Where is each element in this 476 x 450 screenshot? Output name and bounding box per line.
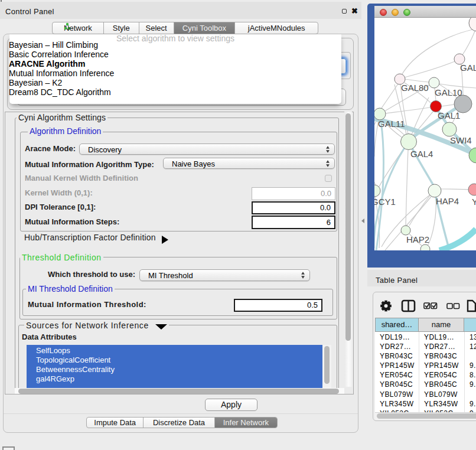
svg-text:SWI4: SWI4 bbox=[450, 135, 472, 145]
svg-text:GAL10: GAL10 bbox=[435, 87, 462, 97]
svg-text:GAL80: GAL80 bbox=[401, 83, 429, 93]
svg-text:GAL4: GAL4 bbox=[410, 149, 433, 159]
svg-text:Y: Y bbox=[472, 197, 476, 207]
svg-text:GAL2: GAL2 bbox=[460, 63, 476, 73]
svg-text:GAL1: GAL1 bbox=[438, 110, 460, 120]
svg-text:HAP4: HAP4 bbox=[436, 196, 459, 206]
svg-text:GAL11: GAL11 bbox=[378, 119, 405, 129]
svg-text:HAP2: HAP2 bbox=[406, 234, 429, 244]
svg-text:GCY1: GCY1 bbox=[374, 197, 396, 207]
